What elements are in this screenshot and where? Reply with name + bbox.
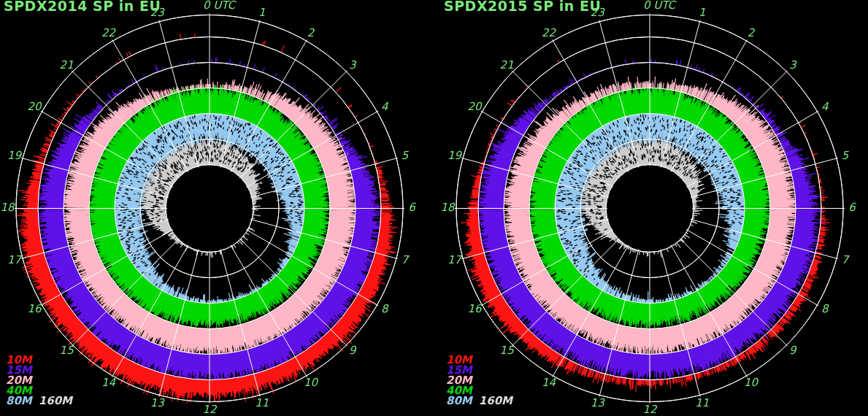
chart-title: SPDX2015 SP in EU [444, 0, 601, 14]
legend-item-160M: 160M [479, 394, 512, 407]
chart-panel-2015: SPDX2015 SP in EU 10M15M20M40M80M160M [440, 0, 868, 416]
dual-polar-chart-stage: SPDX2014 SP in EU 10M15M20M40M80M160M SP… [0, 0, 868, 416]
legend-row: 80M160M [446, 396, 512, 406]
band-legend: 10M15M20M40M80M160M [6, 355, 72, 406]
legend-item-80M: 80M [446, 394, 472, 407]
polar-hour-band-chart [440, 0, 868, 416]
legend-item-160M: 160M [39, 394, 72, 407]
legend-row: 80M160M [6, 396, 72, 406]
legend-item-80M: 80M [6, 394, 32, 407]
polar-hour-band-chart [0, 0, 428, 416]
band-legend: 10M15M20M40M80M160M [446, 355, 512, 406]
chart-panel-2014: SPDX2014 SP in EU 10M15M20M40M80M160M [0, 0, 428, 416]
chart-title: SPDX2014 SP in EU [4, 0, 161, 14]
